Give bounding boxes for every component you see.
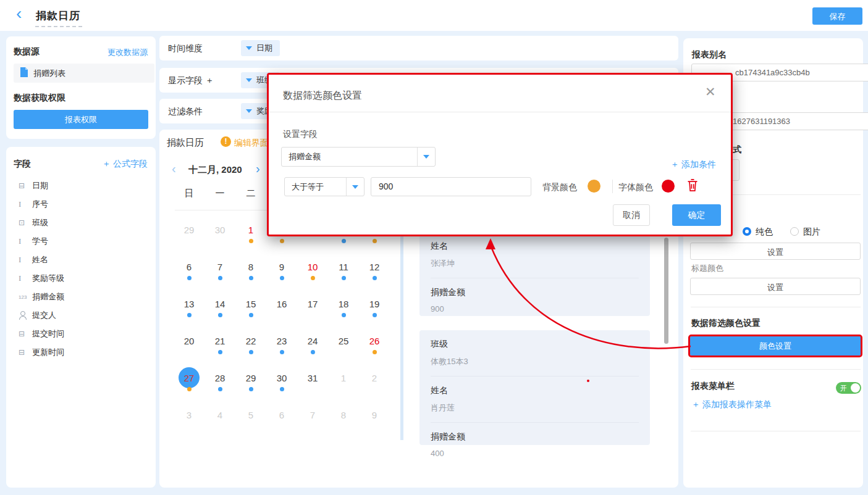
calendar-day[interactable]: 4	[204, 410, 235, 447]
title-color-set-button[interactable]: 设置	[690, 278, 861, 295]
calendar-day[interactable]: 30	[266, 373, 297, 410]
calendar-day[interactable]: 16	[266, 299, 297, 336]
panel-divider	[400, 210, 403, 440]
sidebar-field-item[interactable]: ⊟日期	[6, 177, 156, 195]
sidebar-field-item[interactable]: ⊟更新时间	[6, 343, 156, 362]
calendar-day[interactable]: 18	[328, 299, 359, 336]
add-formula-field-link[interactable]: ＋ 公式字段	[102, 159, 148, 170]
calendar-day[interactable]: 12	[359, 262, 390, 299]
sidebar-field-item[interactable]: I序号	[6, 195, 156, 214]
background-set-button[interactable]: 设置	[690, 243, 861, 260]
calendar-day[interactable]: 8	[328, 410, 359, 447]
time-dimension-tag[interactable]: 日期	[241, 40, 280, 56]
back-icon[interactable]: ‹	[16, 4, 22, 23]
sidebar-field-item[interactable]: ⊡班级	[6, 214, 156, 232]
prev-month-icon[interactable]: ‹	[172, 162, 176, 176]
sidebar-field-item[interactable]: I奖励等级	[6, 269, 156, 288]
calendar-day[interactable]: 27	[174, 373, 204, 410]
calendar-day[interactable]: 1	[328, 373, 359, 410]
radio-solid-color[interactable]: 纯色	[743, 227, 773, 236]
field-select-value: 捐赠金额	[289, 151, 321, 162]
calendar-day[interactable]: 23	[266, 336, 297, 373]
filter-color-modal: 数据筛选颜色设置 ✕ 设置字段 捐赠金额 ＋ 添加条件 大于等于 900 背景颜…	[267, 73, 733, 236]
calendar-day[interactable]: 9	[359, 410, 390, 447]
operator-select[interactable]: 大于等于	[284, 177, 364, 196]
cancel-button[interactable]: 取消	[613, 204, 650, 226]
radio-label: 图片	[803, 227, 820, 236]
change-datasource-link[interactable]: 更改数据源	[107, 47, 148, 58]
calendar-day[interactable]: 15	[235, 299, 266, 336]
calendar-day[interactable]: 1	[235, 225, 266, 262]
datasource-item[interactable]: 捐赠列表	[14, 64, 154, 83]
calendar-day[interactable]: 22	[235, 336, 266, 373]
sidebar-field-item[interactable]: 提交人	[6, 306, 156, 325]
calendar-day[interactable]: 11	[328, 262, 359, 299]
menu-bar-toggle[interactable]: 开	[836, 382, 861, 394]
day-number: 24	[308, 336, 318, 346]
detail-card[interactable]: 班级体教15本3姓名肖丹莲捐赠金额400	[419, 330, 650, 445]
calendar-day[interactable]: 7	[297, 410, 328, 447]
calendar-day[interactable]: 24	[297, 336, 328, 373]
chevron-down-icon	[246, 78, 252, 82]
day-number: 8	[341, 410, 346, 420]
day-number: 4	[217, 410, 222, 420]
save-button[interactable]: 保存	[812, 7, 862, 25]
delete-condition-icon[interactable]	[686, 178, 699, 194]
calendar-day[interactable]: 13	[174, 299, 204, 336]
calendar-icon: ⊟	[19, 348, 32, 357]
add-report-menu-link[interactable]: ＋ 添加报表操作菜单	[691, 399, 772, 410]
calendar-day[interactable]: 29	[174, 225, 204, 262]
calendar-day[interactable]: 5	[235, 410, 266, 447]
calendar-day[interactable]: 2	[359, 373, 390, 410]
calendar-day[interactable]: 14	[204, 299, 235, 336]
day-dot-blue	[342, 239, 346, 243]
sidebar-field-item[interactable]: ⊟提交时间	[6, 325, 156, 343]
day-number: 28	[215, 373, 225, 383]
bg-color-swatch[interactable]	[588, 180, 600, 193]
detail-field-value: 张泽坤	[431, 252, 639, 278]
report-permission-button[interactable]: 报表权限	[14, 110, 148, 129]
page-title: 捐款日历	[36, 9, 80, 23]
vertical-scrollbar[interactable]	[664, 238, 668, 344]
sidebar-field-item[interactable]: 123捐赠金额	[6, 288, 156, 306]
color-settings-button[interactable]: 颜色设置	[690, 336, 861, 356]
field-select[interactable]: 捐赠金额	[281, 147, 436, 167]
menu-bar-heading: 报表菜单栏	[691, 381, 735, 392]
day-dot-blue	[218, 276, 222, 280]
radio-image[interactable]: 图片	[790, 227, 820, 236]
sidebar-field-item[interactable]: I姓名	[6, 251, 156, 269]
field-label: 序号	[32, 199, 48, 210]
calendar-day[interactable]: 10	[297, 262, 328, 299]
threshold-input[interactable]: 900	[371, 177, 531, 196]
calendar-day[interactable]: 6	[266, 410, 297, 447]
calendar-day[interactable]: 6	[174, 262, 204, 299]
calendar-day[interactable]: 19	[359, 299, 390, 336]
add-condition-link[interactable]: ＋ 添加条件	[670, 159, 716, 170]
day-dot-blue	[342, 313, 346, 317]
sidebar-field-item[interactable]: I学号	[6, 232, 156, 251]
close-icon[interactable]: ✕	[705, 85, 716, 99]
filter-color-heading: 数据筛选颜色设置	[691, 318, 761, 329]
calendar-day[interactable]: 17	[297, 299, 328, 336]
calendar-day[interactable]: 29	[235, 373, 266, 410]
day-number: 15	[246, 299, 256, 309]
day-dot-blue	[249, 276, 253, 280]
calendar-day[interactable]: 25	[328, 336, 359, 373]
calendar-day[interactable]: 3	[174, 410, 204, 447]
confirm-button[interactable]: 确定	[672, 204, 721, 226]
calendar-day[interactable]: 7	[204, 262, 235, 299]
next-month-icon[interactable]: ›	[256, 162, 260, 176]
calendar-day[interactable]: 26	[359, 336, 390, 373]
day-number: 6	[187, 262, 192, 272]
calendar-day[interactable]: 21	[204, 336, 235, 373]
calendar-day[interactable]: 9	[266, 262, 297, 299]
divider	[612, 180, 613, 193]
calendar-day[interactable]: 31	[297, 373, 328, 410]
tag-value: 日期	[256, 43, 272, 54]
calendar-day[interactable]: 30	[204, 225, 235, 262]
day-number: 31	[308, 373, 318, 383]
font-color-swatch[interactable]	[662, 180, 675, 193]
calendar-day[interactable]: 28	[204, 373, 235, 410]
day-dot-blue	[187, 276, 192, 280]
calendar-day[interactable]: 8	[235, 262, 266, 299]
